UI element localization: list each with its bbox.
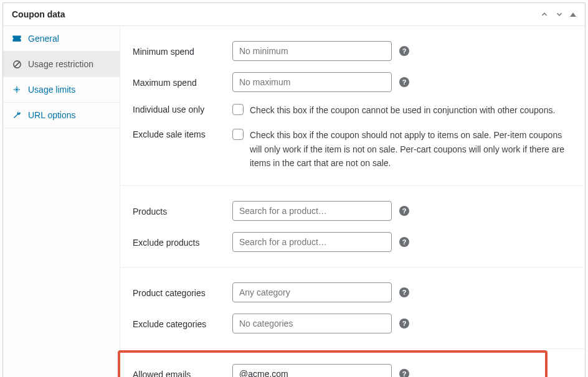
sidebar-label: Usage limits bbox=[28, 85, 75, 95]
help-icon[interactable]: ? bbox=[399, 237, 409, 247]
sidebar-label: General bbox=[28, 34, 59, 44]
row-max-spend: Maximum spend ? bbox=[133, 65, 572, 96]
help-icon[interactable]: ? bbox=[399, 369, 409, 377]
row-individual-use: Individual use only Check this box if th… bbox=[133, 96, 572, 121]
svg-line-1 bbox=[14, 62, 20, 67]
individual-use-desc: Check this box if the coupon cannot be u… bbox=[250, 103, 555, 117]
label-min-spend: Minimum spend bbox=[133, 45, 232, 57]
row-product-categories: Product categories ? bbox=[133, 275, 572, 306]
sidebar-label: Usage restriction bbox=[28, 59, 93, 69]
section-allowed-emails: Allowed emails ? bbox=[120, 349, 585, 377]
limits-icon bbox=[12, 85, 22, 95]
section-products: Products ? Exclude products ? bbox=[120, 186, 585, 268]
label-allowed-emails: Allowed emails bbox=[133, 368, 232, 377]
block-icon bbox=[12, 59, 22, 69]
wrench-icon bbox=[12, 110, 22, 120]
section-spend: Minimum spend ? Maximum spend ? Individu… bbox=[120, 26, 585, 186]
exclude-sale-checkbox[interactable] bbox=[232, 129, 244, 140]
label-individual-use: Individual use only bbox=[133, 103, 232, 114]
allowed-emails-input[interactable] bbox=[232, 364, 392, 377]
help-icon[interactable]: ? bbox=[399, 206, 409, 216]
sidebar-item-url-options[interactable]: URL options bbox=[3, 103, 120, 128]
content-area: Minimum spend ? Maximum spend ? Individu… bbox=[120, 26, 585, 377]
sidebar-item-general[interactable]: General bbox=[3, 26, 120, 52]
sidebar: General Usage restriction Usage limits U… bbox=[3, 26, 120, 377]
sidebar-item-usage-limits[interactable]: Usage limits bbox=[3, 77, 120, 103]
label-product-categories: Product categories bbox=[133, 287, 232, 298]
label-exclude-categories: Exclude categories bbox=[133, 318, 232, 329]
row-min-spend: Minimum spend ? bbox=[133, 34, 572, 65]
help-icon[interactable]: ? bbox=[399, 319, 409, 328]
panel-title: Coupon data bbox=[12, 9, 65, 19]
panel-body: General Usage restriction Usage limits U… bbox=[3, 26, 585, 377]
product-categories-input[interactable] bbox=[232, 282, 392, 302]
help-icon[interactable]: ? bbox=[399, 77, 409, 87]
sidebar-label: URL options bbox=[28, 110, 76, 120]
label-products: Products bbox=[133, 205, 232, 216]
collapse-icon[interactable] bbox=[570, 12, 576, 17]
row-exclude-sale: Exclude sale items Check this box if the… bbox=[133, 121, 572, 174]
section-categories: Product categories ? Exclude categories … bbox=[120, 268, 585, 349]
row-exclude-categories: Exclude categories ? bbox=[133, 306, 572, 337]
row-allowed-emails: Allowed emails ? bbox=[133, 356, 572, 377]
max-spend-input[interactable] bbox=[232, 72, 392, 92]
exclude-sale-desc: Check this box if the coupon should not … bbox=[250, 128, 572, 170]
ticket-icon bbox=[12, 34, 22, 44]
exclude-categories-input[interactable] bbox=[232, 314, 392, 333]
label-max-spend: Maximum spend bbox=[133, 77, 232, 88]
sidebar-item-usage-restriction[interactable]: Usage restriction bbox=[3, 52, 120, 77]
panel-header: Coupon data bbox=[3, 3, 585, 26]
row-products: Products ? bbox=[133, 193, 572, 225]
help-icon[interactable]: ? bbox=[399, 287, 409, 297]
move-up-icon[interactable] bbox=[540, 10, 549, 19]
coupon-data-panel: Coupon data General Usage res bbox=[2, 2, 586, 377]
row-exclude-products: Exclude products ? bbox=[133, 225, 572, 256]
label-exclude-sale: Exclude sale items bbox=[133, 128, 232, 139]
move-down-icon[interactable] bbox=[555, 10, 564, 19]
min-spend-input[interactable] bbox=[232, 41, 392, 61]
panel-header-controls bbox=[540, 10, 576, 19]
products-input[interactable] bbox=[232, 201, 392, 221]
help-icon[interactable]: ? bbox=[399, 46, 409, 56]
exclude-products-input[interactable] bbox=[232, 232, 392, 252]
individual-use-checkbox[interactable] bbox=[232, 104, 244, 115]
label-exclude-products: Exclude products bbox=[133, 236, 232, 248]
